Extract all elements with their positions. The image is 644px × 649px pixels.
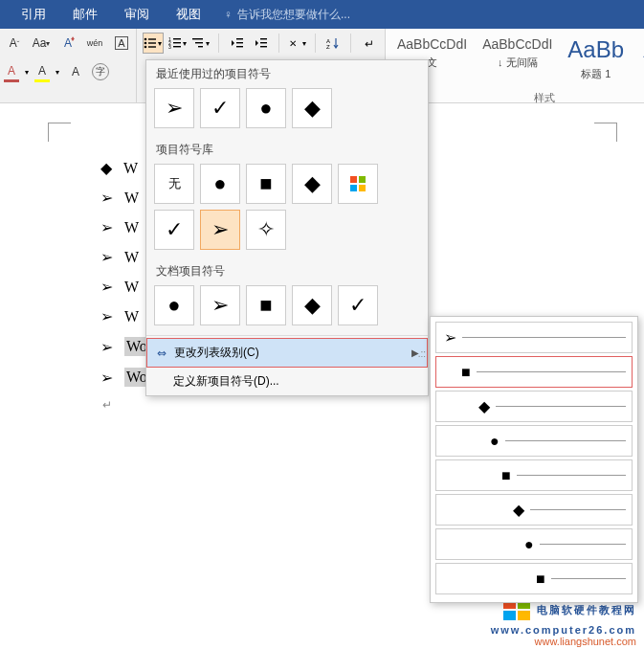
level-option-1[interactable]: ➢ bbox=[435, 322, 633, 353]
bullet-option-diamond[interactable]: ◆ bbox=[292, 164, 332, 204]
arrow-bullet-icon: ➢ bbox=[100, 278, 113, 296]
pilcrow-icon: ↵ bbox=[363, 36, 376, 50]
bullets-dropdown-menu: 最近使用过的项目符号 ➢ ✓ ● ◆ 项目符号库 无 ● ■ ◆ ✓ ➢ ✧ 文… bbox=[145, 59, 429, 396]
level-option-5[interactable]: ■ bbox=[435, 459, 633, 491]
char-border-button[interactable]: A bbox=[111, 33, 132, 54]
arrow-bullet-icon: ➢ bbox=[100, 338, 113, 356]
svg-rect-16 bbox=[236, 42, 243, 43]
svg-point-2 bbox=[144, 42, 147, 45]
indent-icon bbox=[255, 36, 268, 50]
bullet-option-diamond[interactable]: ◆ bbox=[292, 88, 332, 128]
bullet-option-windows[interactable] bbox=[338, 164, 378, 204]
asian-icon: ✕ bbox=[288, 36, 301, 50]
highlight-caret[interactable]: ▾ bbox=[56, 68, 59, 77]
indent-button[interactable] bbox=[251, 33, 271, 54]
svg-rect-40 bbox=[359, 185, 366, 191]
svg-text:3: 3 bbox=[168, 44, 171, 50]
bullet-option-check[interactable]: ✓ bbox=[154, 210, 194, 250]
page-corner-guide bbox=[594, 123, 617, 142]
svg-rect-44 bbox=[518, 611, 530, 620]
style-no-spacing[interactable]: AaBbCcDdI ↓ 无间隔 bbox=[478, 33, 556, 74]
bullet-option-square[interactable]: ■ bbox=[246, 285, 286, 325]
bullet-option-disc[interactable]: ● bbox=[246, 88, 286, 128]
change-list-level-item[interactable]: ⇔ 更改列表级别(C) ▶ bbox=[146, 338, 428, 368]
multilevel-button[interactable]: ▾ bbox=[191, 33, 211, 54]
paragraph-mark: ↵ bbox=[100, 398, 208, 413]
caret-icon: ▾ bbox=[158, 39, 162, 48]
svg-rect-11 bbox=[173, 46, 181, 47]
doc-bullets-heading: 文档项目符号 bbox=[146, 257, 428, 285]
bullet-option-none[interactable]: 无 bbox=[154, 164, 194, 204]
enclose-char-button[interactable]: 字 bbox=[92, 63, 109, 80]
phonetic-guide-button[interactable]: wén bbox=[84, 33, 105, 54]
arrow-bullet-icon: ➢ bbox=[100, 248, 113, 266]
arrow-bullet-icon: ➢ bbox=[100, 218, 113, 236]
define-new-bullet-item[interactable]: 定义新项目符号(D)... bbox=[146, 368, 428, 395]
bullet-library-heading: 项目符号库 bbox=[146, 136, 428, 164]
tell-me-hint[interactable]: ♀ 告诉我您想要做什么... bbox=[224, 7, 350, 23]
ribbon-tabs-bar: 引用 邮件 审阅 视图 ♀ 告诉我您想要做什么... bbox=[0, 0, 644, 29]
bullet-option-arrow[interactable]: ➢ bbox=[154, 88, 194, 128]
change-case-button[interactable]: Aa▾ bbox=[31, 33, 52, 54]
level-option-2[interactable]: ■ bbox=[435, 356, 633, 388]
sort-button[interactable]: AZ bbox=[322, 33, 343, 54]
svg-rect-9 bbox=[173, 42, 181, 43]
svg-rect-43 bbox=[503, 611, 516, 620]
numbering-button[interactable]: 123 ▾ bbox=[167, 33, 188, 54]
tab-review[interactable]: 审阅 bbox=[111, 0, 163, 29]
style-heading2[interactable]: AaB bbox=[635, 33, 644, 67]
svg-rect-14 bbox=[198, 46, 203, 47]
svg-rect-19 bbox=[260, 42, 267, 43]
level-option-4[interactable]: ● bbox=[435, 425, 633, 457]
outdent-button[interactable] bbox=[227, 33, 247, 54]
svg-point-0 bbox=[144, 38, 147, 41]
grow-font-button[interactable]: A˘ bbox=[4, 33, 25, 54]
tell-me-text: 告诉我您想要做什么... bbox=[237, 7, 350, 23]
list-level-flyout: ➢ ■ ◆ ● ■ ◆ ● ■ bbox=[430, 316, 638, 603]
show-marks-button[interactable]: ↵ bbox=[359, 33, 379, 54]
tab-mailings[interactable]: 邮件 bbox=[59, 0, 111, 29]
ribbon-font-group: A˘ Aa▾ A♦ wén A A ▾ A ▾ A 字 bbox=[0, 29, 137, 102]
svg-rect-12 bbox=[192, 38, 203, 39]
tab-view[interactable]: 视图 bbox=[163, 0, 214, 29]
svg-text:Z: Z bbox=[326, 44, 330, 50]
svg-rect-18 bbox=[260, 38, 267, 39]
svg-rect-7 bbox=[173, 38, 181, 39]
arrow-bullet-icon: ➢ bbox=[100, 307, 113, 325]
svg-rect-39 bbox=[350, 185, 357, 191]
font-color-caret[interactable]: ▾ bbox=[25, 68, 29, 77]
svg-rect-5 bbox=[148, 46, 156, 47]
bullets-button[interactable]: ▾ bbox=[143, 33, 164, 54]
svg-rect-15 bbox=[236, 38, 243, 39]
font-color-button[interactable]: A bbox=[4, 61, 19, 82]
svg-rect-17 bbox=[236, 46, 243, 47]
svg-text:↵: ↵ bbox=[365, 37, 374, 50]
clear-formatting-button[interactable]: A♦ bbox=[57, 33, 78, 54]
bullet-option-square[interactable]: ■ bbox=[246, 164, 286, 204]
asian-layout-button[interactable]: ✕▾ bbox=[287, 33, 307, 54]
char-shading-button[interactable]: A bbox=[65, 61, 86, 82]
bullet-option-check[interactable]: ✓ bbox=[200, 88, 240, 128]
bullets-icon bbox=[144, 36, 157, 50]
svg-point-4 bbox=[144, 46, 147, 49]
highlight-button[interactable]: A bbox=[34, 61, 50, 82]
tab-references[interactable]: 引用 bbox=[8, 0, 59, 29]
svg-rect-13 bbox=[195, 42, 203, 43]
bullet-option-check[interactable]: ✓ bbox=[338, 285, 378, 325]
bullet-option-disc[interactable]: ● bbox=[154, 285, 194, 325]
bullet-option-diamond[interactable]: ◆ bbox=[292, 285, 332, 325]
bullet-option-disc[interactable]: ● bbox=[200, 164, 240, 204]
level-icon: ⇔ bbox=[157, 347, 167, 360]
multilevel-icon bbox=[191, 36, 205, 50]
bullet-option-arrow[interactable]: ➢ bbox=[200, 285, 240, 325]
page-corner-guide bbox=[48, 123, 71, 142]
level-option-6[interactable]: ◆ bbox=[435, 494, 633, 526]
level-option-3[interactable]: ◆ bbox=[435, 391, 633, 422]
style-heading1[interactable]: AaBb 标题 1 bbox=[564, 33, 628, 85]
svg-rect-3 bbox=[148, 42, 156, 43]
level-option-7[interactable]: ● bbox=[435, 528, 633, 560]
bullet-option-arrow[interactable]: ➢ bbox=[200, 210, 240, 250]
watermark: 电脑软硬件教程网 www.computer26.com www.liangshu… bbox=[491, 597, 636, 647]
bullet-option-star4[interactable]: ✧ bbox=[246, 210, 286, 250]
level-option-8[interactable]: ■ bbox=[435, 563, 633, 594]
